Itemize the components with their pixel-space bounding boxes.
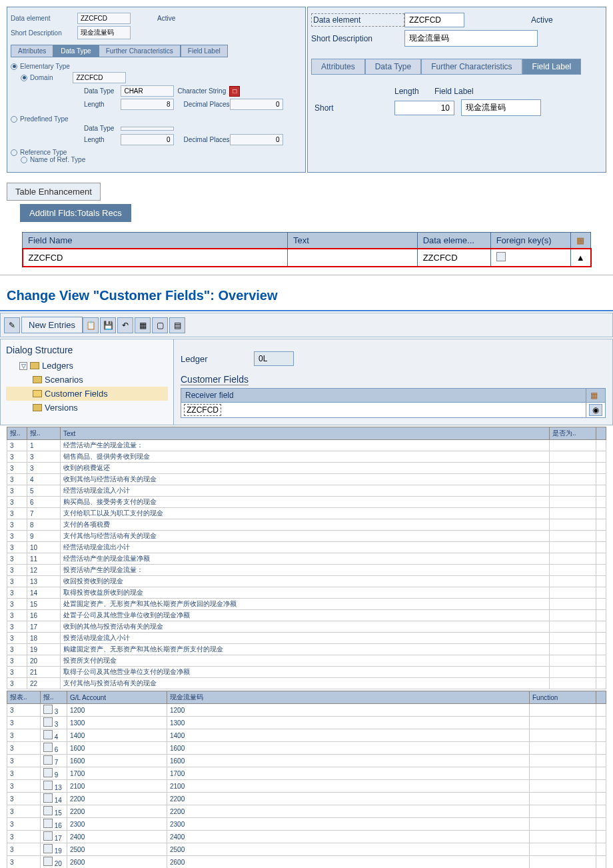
table-row[interactable]: 3 312001200 [7, 704, 606, 717]
additnl-flds-button[interactable]: Additnl Flds:Totals Recs [20, 204, 131, 222]
th-foreign-key: Foreign key(s) [490, 233, 570, 249]
elementary-type-radio[interactable]: Elementary Type [11, 63, 302, 70]
data-element-value-r[interactable]: ZZCFCD [404, 13, 464, 27]
table-row[interactable]: 317收到的其他与投资活动有关的现金 [7, 621, 606, 633]
table-row[interactable]: 37支付给职工以及为职工支付的现金 [7, 508, 606, 519]
short-desc-value[interactable]: 现金流量码 [77, 26, 131, 39]
table-row[interactable]: 3 313001300 [7, 717, 606, 729]
reference-type-radio[interactable]: Reference Type [11, 149, 302, 156]
receiver-value-text: ZZCFCD [184, 404, 221, 416]
elementary-type-label: Elementary Type [20, 63, 70, 70]
table-row[interactable]: 35 经营活动现金流入小计 [7, 485, 606, 497]
table-row[interactable]: 3 1422002200 [7, 793, 606, 805]
table-enhancement-tab[interactable]: Table Enhancement [7, 183, 101, 201]
tt2-scroll [596, 691, 606, 704]
table-row[interactable]: 314取得投资收益所收到的现金 [7, 587, 606, 599]
text-table2-container: 报表.. 报.. G/L Account 现金流量码 Function 3 31… [7, 691, 606, 868]
table-row[interactable]: 31经营活动产生的现金流量： [7, 440, 606, 451]
tab-attributes[interactable]: Attributes [11, 45, 53, 57]
undo-icon[interactable]: ↶ [117, 317, 133, 333]
data-element-label: Data element [11, 15, 77, 22]
short-desc-value-r[interactable]: 现金流量码 [404, 30, 538, 47]
table-row[interactable]: 3 1522002200 [7, 805, 606, 818]
tree-ledgers[interactable]: ▽ Ledgers [6, 359, 168, 373]
tt1-h2: 报.. [27, 427, 61, 440]
change-icon[interactable]: ✎ [4, 317, 20, 333]
table-row[interactable]: 313收回投资收到的现金 [7, 576, 606, 587]
table-row[interactable]: 3 2026002600 [7, 856, 606, 869]
tab-field-label[interactable]: Field Label [181, 45, 228, 57]
table-row[interactable]: 3 1623002300 [7, 818, 606, 831]
td-help[interactable]: ◉ [586, 403, 606, 418]
table-row[interactable]: 315处置固定资产、无形资产和其他长期资产所收回的现金净额 [7, 599, 606, 610]
data-element-value[interactable]: ZZCFCD [77, 13, 131, 24]
dialog-structure-title: Dialog Structure [6, 345, 168, 355]
short-length[interactable]: 10 [394, 101, 454, 115]
table-row[interactable]: 312投资活动产生的现金流量： [7, 565, 606, 576]
table-row[interactable]: 3 616001600 [7, 742, 606, 755]
table-row[interactable]: 3 917001700 [7, 767, 606, 780]
table-row[interactable]: 36购买商品、接受劳务支付的现金 [7, 497, 606, 508]
table-row[interactable]: 3 1321002100 [7, 780, 606, 793]
table-row[interactable]: 321取得子公司及其他营业单位支付的现金净额 [7, 667, 606, 678]
tab-data-type[interactable]: Data Type [53, 45, 98, 57]
pred-decimal-value: 0 [230, 134, 283, 145]
table-row[interactable]: 311 经营活动产生的现金流量净额 [7, 553, 606, 565]
tab-further-r[interactable]: Further Characteristics [421, 59, 522, 75]
help-icon[interactable]: ◉ [589, 404, 602, 416]
table-row[interactable]: 3 1925002500 [7, 843, 606, 856]
table-row[interactable]: 319购建固定资产、无形资产和其他长期资产所支付的现金 [7, 644, 606, 655]
table-row[interactable]: 3 414001400 [7, 729, 606, 742]
ledger-value[interactable]: 0L [254, 351, 294, 366]
table-row[interactable]: 316处置子公司及其他营业单位收到的现金净额 [7, 610, 606, 621]
th-text: Text [287, 233, 417, 249]
table-row[interactable]: 310 经营活动现金流出小计 [7, 542, 606, 553]
text-table2: 报表.. 报.. G/L Account 现金流量码 Function 3 31… [7, 691, 606, 868]
table-row[interactable]: 3 716001600 [7, 755, 606, 767]
table-row[interactable]: 322支付其他与投资活动有关的现金 [7, 678, 606, 689]
table-row[interactable]: 34收到其他与经营活动有关的现金 [7, 474, 606, 485]
td-data-eleme[interactable]: ZZCFCD [417, 249, 490, 267]
table-row[interactable]: 38支付的各项税费 [7, 519, 606, 531]
table-row[interactable]: 33销售商品、提供劳务收到现金 [7, 451, 606, 463]
tab-data-type-r[interactable]: Data Type [365, 59, 421, 75]
tt2-h5: Function [530, 691, 596, 704]
tree-versions[interactable]: Versions [6, 401, 168, 415]
save-icon[interactable]: 💾 [100, 317, 116, 333]
domain-value[interactable]: ZZCFCD [73, 72, 126, 83]
td-receiver-value[interactable]: ZZCFCD [181, 403, 586, 418]
toolbar: ✎ New Entries 📋 💾 ↶ ▦ ▢ ▤ [0, 313, 613, 337]
select-all-icon[interactable]: ▦ [135, 317, 151, 333]
tab-further[interactable]: Further Characteristics [99, 45, 181, 57]
table-row[interactable]: 3 1724002400 [7, 831, 606, 843]
tab-attributes-r[interactable]: Attributes [311, 59, 365, 75]
td-foreign-key[interactable] [490, 249, 570, 267]
table-row[interactable]: 39支付其他与经营活动有关的现金 [7, 531, 606, 542]
enhancement-table: Field Name Text Data eleme... Foreign ke… [22, 232, 592, 267]
decimal-value: 0 [230, 99, 283, 110]
active-label: Active [157, 15, 175, 22]
delimit-icon[interactable]: ▤ [169, 317, 185, 333]
expand-icon[interactable]: ▽ [19, 362, 27, 370]
th-receiver-field: Receiver field [181, 389, 586, 403]
tree-scenarios[interactable]: Scenarios [6, 373, 168, 387]
table-row[interactable]: 318 投资活动现金流入小计 [7, 633, 606, 644]
tree-customer-fields[interactable]: Customer Fields [6, 387, 168, 401]
pred-length-value: 0 [121, 134, 174, 145]
table-row[interactable]: 320投资所支付的现金 [7, 655, 606, 667]
table-row[interactable]: 33收到的税费返还 [7, 463, 606, 474]
new-entries-button[interactable]: New Entries [21, 317, 83, 333]
name-ref-type-radio[interactable]: Name of Ref. Type [11, 156, 302, 163]
td-scroll[interactable]: ▲ [570, 249, 590, 267]
short-field-label[interactable]: 现金流量码 [461, 99, 541, 116]
copy-icon[interactable]: 📋 [83, 317, 99, 333]
cf-title: Customer Fields [181, 374, 249, 385]
td-field-name[interactable]: ZZCFCD [23, 249, 288, 267]
deselect-icon[interactable]: ▢ [152, 317, 168, 333]
short-desc-label-r: Short Description [311, 34, 404, 43]
short-desc-label: Short Description [11, 29, 77, 37]
folder-open-icon [33, 390, 42, 397]
td-text[interactable] [287, 249, 417, 267]
predefined-type-radio[interactable]: Predefined Type [11, 115, 302, 123]
tab-field-label-r[interactable]: Field Label [522, 59, 582, 75]
